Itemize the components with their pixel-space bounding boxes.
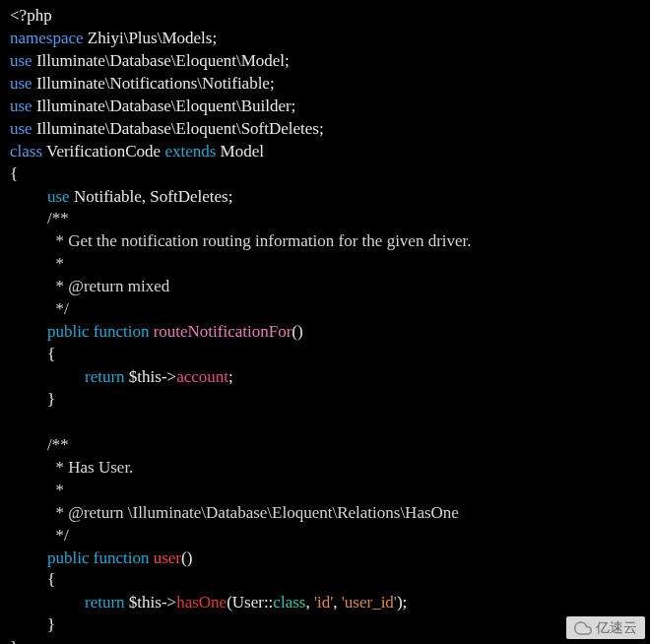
- use-txt: Illuminate\Database\Eloquent\SoftDeletes…: [32, 119, 324, 138]
- use-txt: Illuminate\Notifications\Notifiable;: [32, 74, 275, 93]
- use-kw: use: [10, 119, 32, 138]
- use-kw: use: [10, 97, 32, 115]
- method-call: hasOne: [176, 593, 227, 612]
- cloud-icon: [574, 619, 592, 637]
- class-kw: class: [10, 142, 42, 161]
- paren-close: );: [397, 593, 407, 612]
- comma: ,: [333, 593, 342, 612]
- string-literal: 'id': [314, 593, 333, 612]
- function-kw: function: [90, 322, 150, 341]
- function-kw: function: [90, 548, 150, 567]
- watermark: 亿速云: [566, 616, 645, 639]
- property: account: [176, 367, 228, 386]
- extends-kw: extends: [164, 142, 216, 161]
- php-open-tag: <?php: [10, 6, 52, 25]
- parens: (): [292, 322, 302, 341]
- class-name: VerificationCode: [42, 142, 164, 161]
- return-kw: return: [85, 367, 125, 386]
- this-arrow: $this->: [125, 593, 177, 612]
- use-txt: Illuminate\Database\Eloquent\Model;: [32, 51, 290, 70]
- docblock: *: [47, 254, 64, 273]
- method-name: routeNotificationFor: [149, 322, 292, 341]
- string-literal: 'user_id': [342, 593, 397, 612]
- visibility-kw: public: [47, 322, 90, 341]
- docblock: * @return \Illuminate\Database\Eloquent\…: [47, 503, 459, 522]
- docblock: */: [47, 526, 69, 545]
- docblock: *: [47, 481, 64, 499]
- return-kw: return: [85, 593, 125, 612]
- docblock: /**: [47, 209, 69, 227]
- docblock: * @return mixed: [47, 277, 169, 295]
- use-txt: Illuminate\Database\Eloquent\Builder;: [32, 97, 296, 115]
- semicolon: ;: [228, 367, 233, 386]
- code-block: <?php namespace Zhiyi\Plus\Models; use I…: [10, 5, 640, 644]
- visibility-kw: public: [47, 548, 90, 567]
- traits: Notifiable, SoftDeletes;: [70, 187, 233, 206]
- brace-open: {: [47, 345, 55, 363]
- parens: (): [181, 548, 192, 567]
- namespace-kw: namespace: [10, 29, 84, 47]
- brace-close: }: [47, 390, 55, 409]
- brace-close: }: [10, 638, 18, 644]
- parent-class: Model: [216, 142, 264, 161]
- docblock: * Get the notification routing informati…: [47, 231, 472, 250]
- this-arrow: $this->: [125, 367, 177, 386]
- docblock: /**: [47, 435, 69, 454]
- comma: ,: [305, 593, 314, 612]
- use-trait-kw: use: [47, 187, 70, 206]
- brace-open: {: [47, 570, 55, 589]
- docblock: * Has User.: [47, 458, 133, 477]
- class-constant: class: [273, 593, 305, 612]
- paren-open: (User::: [227, 593, 273, 612]
- blank-line: [47, 413, 51, 431]
- brace-close: }: [47, 615, 55, 634]
- brace-open: {: [10, 164, 18, 183]
- namespace-txt: Zhiyi\Plus\Models;: [84, 29, 218, 47]
- use-kw: use: [10, 51, 32, 70]
- use-kw: use: [10, 74, 32, 93]
- watermark-text: 亿速云: [596, 618, 637, 637]
- docblock: */: [47, 299, 69, 318]
- method-name: user: [149, 548, 181, 567]
